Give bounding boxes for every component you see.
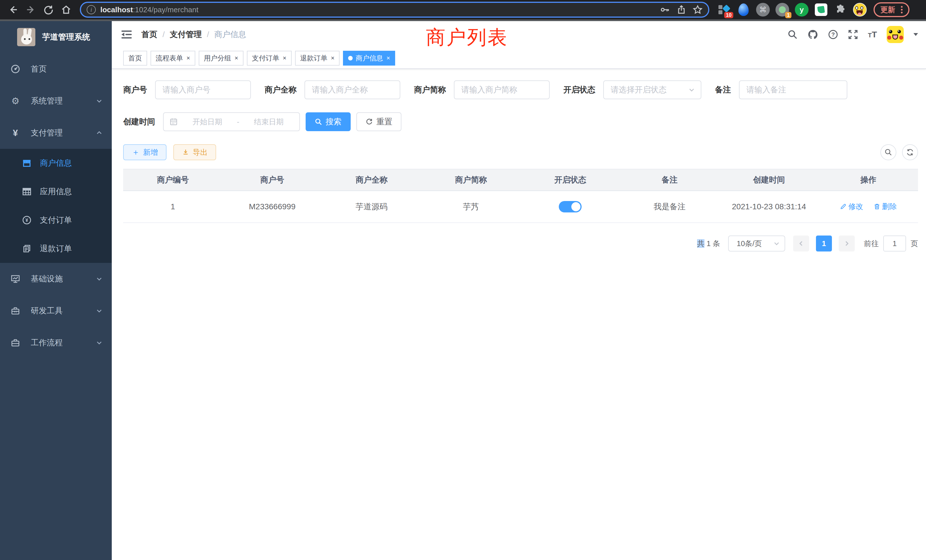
add-button[interactable]: ＋ 新增 <box>123 144 166 160</box>
extension-command-icon[interactable]: ⌘ <box>756 3 770 17</box>
edit-link[interactable]: 修改 <box>840 201 863 212</box>
pay-submenu: 商户信息 应用信息 ¥ 支付订单 <box>0 149 112 263</box>
forward-icon[interactable] <box>23 2 38 17</box>
extension-pin-icon[interactable] <box>737 3 750 17</box>
avatar[interactable] <box>887 26 904 43</box>
extension-notes-icon[interactable] <box>814 3 828 17</box>
app-logo-row[interactable]: 芋道管理系统 <box>0 21 112 53</box>
reset-button[interactable]: 重置 <box>356 112 401 131</box>
close-icon[interactable]: × <box>186 55 190 61</box>
merchant-table: 商户编号 商户号 商户全称 商户简称 开启状态 备注 创建时间 操作 1 <box>123 169 918 223</box>
font-size-icon[interactable]: TT <box>868 30 877 39</box>
close-icon[interactable]: × <box>235 55 238 61</box>
site-info-icon[interactable]: i <box>87 5 96 14</box>
page: i localhost:1024/pay/merchant 10 ⌘ <box>0 0 926 560</box>
calendar-icon <box>169 118 178 126</box>
browser-menu-icon[interactable] <box>901 6 903 14</box>
date-range-picker[interactable]: 开始日期 - 结束日期 <box>163 112 300 131</box>
close-icon[interactable]: × <box>386 55 390 61</box>
chevron-down-icon <box>96 307 103 314</box>
breadcrumb-pay[interactable]: 支付管理 <box>170 29 202 40</box>
sidebar-item-system[interactable]: ⚙ 系统管理 <box>0 85 112 117</box>
refresh-icon <box>906 148 914 156</box>
tab-pay-order[interactable]: 支付订单× <box>247 51 292 65</box>
home-icon[interactable] <box>59 2 74 17</box>
back-icon[interactable] <box>6 2 21 17</box>
search-button[interactable]: 搜索 <box>306 112 351 131</box>
sidebar-item-home[interactable]: 首页 <box>0 53 112 85</box>
merchant-no-input[interactable] <box>155 80 251 99</box>
toggle-search-button[interactable] <box>881 144 896 160</box>
goto-page-input[interactable] <box>883 236 906 251</box>
tab-refund-order[interactable]: 退款订单× <box>295 51 340 65</box>
tab-process-form[interactable]: 流程表单× <box>151 51 195 65</box>
next-page-button[interactable] <box>839 236 855 251</box>
sidebar-item-workflow[interactable]: 工作流程 <box>0 327 112 359</box>
cell-full-name: 芋道源码 <box>322 191 421 223</box>
annotation-title: 商户列表 <box>426 24 508 50</box>
avatar-caret-icon[interactable] <box>914 33 918 36</box>
sidebar-fold-icon[interactable] <box>121 29 132 40</box>
cell-create-time: 2021-10-23 08:31:14 <box>719 191 819 223</box>
reload-icon[interactable] <box>41 2 56 17</box>
extension-tabs-icon[interactable]: 10 <box>717 3 731 17</box>
tab-home[interactable]: 首页 <box>123 51 147 65</box>
bookmark-star-icon[interactable] <box>693 5 702 15</box>
cell-short-name: 芋艿 <box>421 191 521 223</box>
sidebar-item-refund-order[interactable]: 退款订单 <box>0 235 112 263</box>
short-name-input[interactable] <box>454 80 550 99</box>
password-key-icon[interactable] <box>660 5 670 15</box>
remark-label: 备注 <box>715 85 731 95</box>
sidebar-item-infra[interactable]: 基础设施 <box>0 263 112 295</box>
header-search-icon[interactable] <box>787 29 798 39</box>
active-dot <box>348 56 353 61</box>
close-icon[interactable]: × <box>331 55 335 61</box>
prev-page-button[interactable] <box>793 236 809 251</box>
chevron-down-icon <box>688 86 695 93</box>
extension-badge-count: 1 <box>785 12 791 18</box>
toolbox-icon <box>10 306 21 316</box>
browser-update-button[interactable]: 更新 <box>873 2 909 17</box>
plus-icon: ＋ <box>132 147 140 158</box>
page-size-select[interactable]: 10条/页 <box>728 236 785 251</box>
app-logo <box>17 28 35 46</box>
sidebar-item-devtools[interactable]: 研发工具 <box>0 295 112 327</box>
tab-merchant-info[interactable]: 商户信息× <box>343 51 395 65</box>
search-icon <box>315 118 322 126</box>
address-bar[interactable]: i localhost:1024/pay/merchant <box>80 2 709 18</box>
export-button[interactable]: 导出 <box>173 144 216 160</box>
refresh-table-button[interactable] <box>902 144 918 160</box>
tab-user-group[interactable]: 用户分组× <box>199 51 244 65</box>
github-icon[interactable] <box>807 29 818 40</box>
extension-recorder-icon[interactable]: 1 <box>775 3 789 17</box>
toolbar: ＋ 新增 导出 <box>123 144 918 160</box>
extension-y-icon[interactable]: y <box>795 3 808 17</box>
sidebar-item-pay[interactable]: ¥ 支付管理 <box>0 117 112 149</box>
col-create-time: 创建时间 <box>719 169 819 191</box>
create-time-label: 创建时间 <box>123 117 155 127</box>
share-icon[interactable] <box>677 5 686 15</box>
delete-link[interactable]: 删除 <box>873 201 897 212</box>
dashboard-icon <box>10 64 21 74</box>
goto-label: 前往 <box>864 239 879 249</box>
close-icon[interactable]: × <box>283 55 286 61</box>
full-name-input[interactable] <box>304 80 400 99</box>
merchant-no-label: 商户号 <box>123 85 147 95</box>
status-toggle[interactable] <box>559 201 582 212</box>
col-actions: 操作 <box>819 169 918 191</box>
sidebar-item-merchant-info[interactable]: 商户信息 <box>0 149 112 177</box>
extensions-puzzle-icon[interactable] <box>834 3 847 17</box>
remark-input[interactable] <box>739 80 847 99</box>
navbar: 首页 / 支付管理 / 商户信息 ? <box>112 21 926 48</box>
sidebar-item-app-info[interactable]: 应用信息 <box>0 177 112 206</box>
help-icon[interactable]: ? <box>828 29 838 39</box>
breadcrumb-home[interactable]: 首页 <box>141 29 157 40</box>
status-select[interactable]: 请选择开启状态 <box>603 80 701 99</box>
breadcrumb-current: 商户信息 <box>214 29 246 40</box>
fullscreen-icon[interactable] <box>848 29 858 39</box>
sidebar-item-pay-order[interactable]: ¥ 支付订单 <box>0 206 112 235</box>
col-remark: 备注 <box>620 169 720 191</box>
yen-icon: ¥ <box>10 128 21 138</box>
extension-emoji-icon[interactable] <box>853 3 867 17</box>
page-number-1[interactable]: 1 <box>816 236 832 251</box>
